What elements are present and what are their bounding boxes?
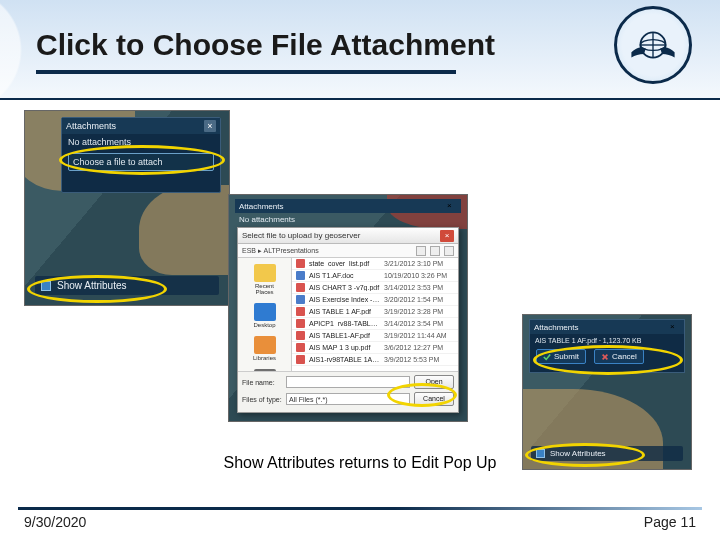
file-row: AIS TABLE1-AF.pdf3/19/2012 11:44 AM <box>292 330 458 342</box>
attachments-header: Attachments <box>66 121 116 131</box>
dialog-nav-bar: ESB ▸ ALTPresentations <box>238 244 458 258</box>
close-icon[interactable]: × <box>670 322 680 332</box>
slide-content: Attachments × No attachments Choose a fi… <box>0 104 720 496</box>
slide-title: Click to Choose File Attachment <box>36 28 495 62</box>
attached-file-line: AIS TABLE 1 AF.pdf · 1,123.70 KB <box>530 334 684 347</box>
show-attributes-label: Show Attributes <box>57 280 126 291</box>
place-desktop[interactable]: Desktop <box>251 303 279 328</box>
file-row: AIS CHART 3 -v7g.pdf3/14/2012 3:53 PM <box>292 282 458 294</box>
file-list[interactable]: state_cover_list.pdf3/21/2012 3:10 PM AI… <box>292 258 458 371</box>
footer-page: Page 11 <box>644 514 696 530</box>
place-libraries[interactable]: Libraries <box>251 336 279 361</box>
slide-caption: Show Attributes returns to Edit Pop Up <box>0 454 720 472</box>
attributes-icon <box>41 281 51 291</box>
file-row: state_cover_list.pdf3/21/2012 3:10 PM <box>292 258 458 270</box>
attachments-header: Attachments <box>239 202 283 211</box>
check-icon <box>543 353 551 361</box>
slide-footer: 9/30/2020 Page 11 <box>0 504 720 540</box>
attachments-header-bar: Attachments × <box>235 199 461 213</box>
filetype-label: Files of type: <box>242 396 282 403</box>
file-row: AIS1-rv98TABLE 1A-AF.pdf3/9/2012 5:53 PM <box>292 354 458 366</box>
close-icon[interactable]: × <box>440 230 454 242</box>
submit-button[interactable]: Submit <box>536 349 586 364</box>
attachments-header: Attachments <box>534 323 578 332</box>
filetype-field[interactable]: All Files (*.*) <box>286 393 410 405</box>
cancel-button[interactable]: Cancel <box>414 392 454 406</box>
view-icon[interactable] <box>430 246 440 256</box>
places-sidebar: Recent Places Desktop Libraries Computer <box>238 258 292 371</box>
no-attachments-text: No attachments <box>239 215 295 224</box>
breadcrumb[interactable]: ESB ▸ ALTPresentations <box>242 247 412 255</box>
footer-date: 9/30/2020 <box>24 514 86 530</box>
globe-wings-icon <box>626 18 680 72</box>
screenshot-attachments-panel: Attachments × No attachments Choose a fi… <box>24 110 230 306</box>
dialog-title: Select file to upload by geoserver <box>242 231 360 240</box>
close-icon[interactable]: × <box>447 201 457 211</box>
open-button[interactable]: Open <box>414 375 454 389</box>
title-underline <box>36 70 456 74</box>
file-row: AIS TABLE 1 AF.pdf3/19/2012 3:28 PM <box>292 306 458 318</box>
new-folder-icon[interactable] <box>444 246 454 256</box>
attachments-panel: Attachments × No attachments Choose a fi… <box>61 117 221 193</box>
attachments-panel: Attachments × AIS TABLE 1 AF.pdf · 1,123… <box>529 319 685 373</box>
file-row: AIS MAP 1 3 up.pdf3/6/2012 12:27 PM <box>292 342 458 354</box>
icao-logo <box>614 6 692 84</box>
back-icon[interactable] <box>416 246 426 256</box>
dialog-bottom: File name: Open Files of type: All Files… <box>238 371 458 412</box>
choose-file-button[interactable]: Choose a file to attach <box>68 153 214 171</box>
file-row: AIS Exercise Index - Status.xls3/20/2012… <box>292 294 458 306</box>
file-row: AIS T1.AF.doc10/19/2010 3:26 PM <box>292 270 458 282</box>
file-open-dialog: Select file to upload by geoserver × ESB… <box>237 227 459 413</box>
x-icon <box>601 353 609 361</box>
slide-header: Click to Choose File Attachment <box>0 0 720 100</box>
cancel-button[interactable]: Cancel <box>594 349 644 364</box>
close-icon[interactable]: × <box>204 120 216 132</box>
filename-field[interactable] <box>286 376 410 388</box>
show-attributes-row[interactable]: Show Attributes <box>35 276 219 295</box>
screenshot-file-dialog: Attachments × No attachments Select file… <box>228 194 468 422</box>
filename-label: File name: <box>242 379 282 386</box>
place-recent[interactable]: Recent Places <box>251 264 279 295</box>
no-attachments-text: No attachments <box>62 134 220 151</box>
file-row: APICP1_rv88-TABLE1-AF.pdf3/14/2012 3:54 … <box>292 318 458 330</box>
screenshot-submit-panel: Attachments × AIS TABLE 1 AF.pdf · 1,123… <box>522 314 692 470</box>
